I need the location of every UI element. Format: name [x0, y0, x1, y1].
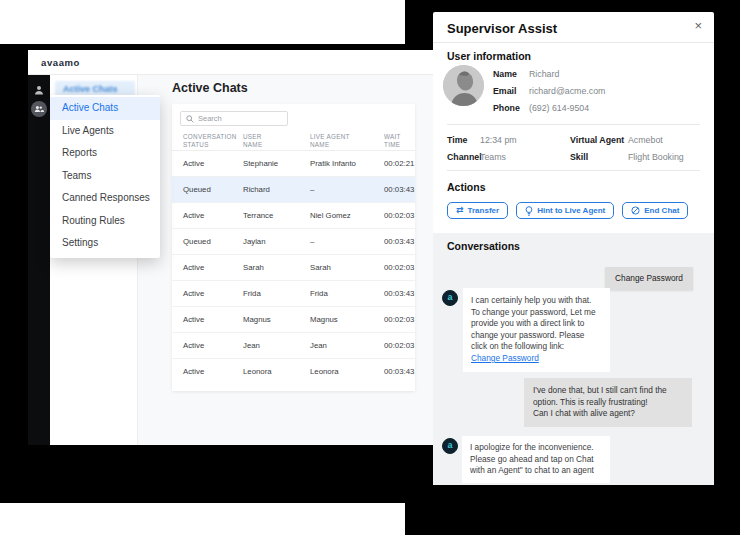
user-information-heading: User information — [447, 50, 531, 62]
menu-item-reports[interactable]: Reports — [50, 142, 160, 165]
app-header: avaamo — [28, 50, 435, 75]
menu-item-live-agents[interactable]: Live Agents — [50, 120, 160, 143]
menu-item-settings[interactable]: Settings — [50, 232, 160, 255]
bot-message: I apologize for the inconvenience. Pleas… — [462, 436, 610, 483]
end-chat-button[interactable]: End Chat — [622, 202, 688, 219]
screenshot-root: avaamo Active Chats Active Chats Search … — [0, 0, 740, 541]
col-user-name: USER — [243, 133, 262, 140]
avaamo-logo: avaamo — [41, 57, 80, 68]
panel-title: Supervisor Assist — [447, 21, 557, 36]
supervisor-assist-panel: Supervisor Assist × User information Nam… — [433, 12, 714, 485]
name-label: Name — [493, 69, 517, 79]
virtual-agent-label: Virtual Agent — [570, 135, 624, 145]
table-row[interactable]: ActiveStephaniePratik Infanto00:02:21 — [172, 151, 415, 177]
chat-quick-reply-change-password[interactable]: Change Password — [605, 267, 693, 290]
divider — [447, 170, 700, 171]
col-live-agent-name: LIVE AGENT — [310, 133, 350, 140]
transfer-button[interactable]: ⇄ Transfer — [447, 202, 508, 219]
search-icon — [186, 115, 194, 123]
menu-item-active-chats[interactable]: Active Chats — [50, 97, 160, 120]
channel-label: Channel — [447, 152, 482, 162]
table-row[interactable]: ActiveTerranceNiel Gomez00:02:03 — [172, 203, 415, 229]
actions-heading: Actions — [447, 181, 486, 193]
bot-avatar-icon: a — [442, 438, 458, 454]
bot-avatar-icon: a — [442, 290, 458, 306]
time-value: 12:34 pm — [480, 135, 517, 145]
lightbulb-icon — [525, 206, 533, 216]
table-row[interactable]: ActiveSarahSarah00:02:03 — [172, 255, 415, 281]
block-icon — [631, 206, 640, 215]
menu-item-canned-responses[interactable]: Canned Responses — [50, 187, 160, 210]
table-row[interactable]: ActiveLeonoraLeonora00:03:43 — [172, 359, 415, 385]
email-value: richard@acme.com — [529, 86, 605, 96]
table-row-selected[interactable]: QueuedRichard–00:03:43 — [172, 177, 415, 203]
table-header-row: CONVERSATIONSTATUS USERNAME LIVE AGENTNA… — [172, 130, 415, 151]
table-row[interactable]: ActiveFridaFrida00:03:43 — [172, 281, 415, 307]
change-password-link[interactable]: Change Password — [471, 353, 539, 363]
transfer-icon: ⇄ — [456, 206, 464, 215]
divider — [433, 42, 714, 43]
phone-value: (692) 614-9504 — [529, 103, 589, 113]
table-row[interactable]: QueuedJaylan–00:03:43 — [172, 229, 415, 255]
skill-label: Skill — [570, 152, 588, 162]
virtual-agent-value: Acmebot — [628, 135, 663, 145]
user-avatar — [443, 65, 484, 106]
menu-item-teams[interactable]: Teams — [50, 165, 160, 188]
email-label: Email — [493, 86, 516, 96]
table-row[interactable]: ActiveMagnusMagnus00:02:03 — [172, 307, 415, 333]
col-wait-time: WAIT TIME — [384, 133, 401, 148]
name-value: Richard — [529, 69, 559, 79]
menu-item-routing-rules[interactable]: Routing Rules — [50, 210, 160, 233]
time-label: Time — [447, 135, 467, 145]
actions-row: ⇄ Transfer Hint to Live Agent End Chat — [447, 202, 688, 219]
table-row[interactable]: ActiveJeanJean00:02:03 — [172, 333, 415, 359]
search-input[interactable]: Search — [180, 111, 288, 126]
nav-popover-menu: Active Chats Live Agents Reports Teams C… — [50, 95, 160, 258]
close-icon[interactable]: × — [694, 18, 702, 33]
divider — [447, 124, 700, 125]
app-content: Active Chats Search CONVERSATIONSTATUS U… — [138, 75, 435, 445]
page-title: Active Chats — [172, 81, 248, 95]
bot-message: I can certainly help you with that. To c… — [463, 288, 610, 372]
agents-group-icon[interactable] — [31, 101, 47, 117]
skill-value: Flight Booking — [628, 152, 684, 162]
phone-label: Phone — [493, 103, 520, 113]
conversations-section: Conversations Change Password a I can ce… — [433, 233, 714, 485]
chats-table-card: Search CONVERSATIONSTATUS USERNAME LIVE … — [172, 104, 415, 391]
app-icon-sidebar — [28, 75, 50, 445]
user-icon[interactable] — [32, 83, 46, 97]
channel-value: Teams — [480, 152, 506, 162]
hint-to-live-agent-button[interactable]: Hint to Live Agent — [516, 202, 614, 219]
conversations-heading: Conversations — [447, 240, 520, 252]
col-conversation-status: CONVERSATION — [183, 133, 237, 140]
search-placeholder: Search — [198, 114, 222, 123]
user-message: I've done that, but I still can't find t… — [524, 378, 692, 427]
table-body: ActiveStephaniePratik Infanto00:02:21 Qu… — [172, 151, 415, 385]
